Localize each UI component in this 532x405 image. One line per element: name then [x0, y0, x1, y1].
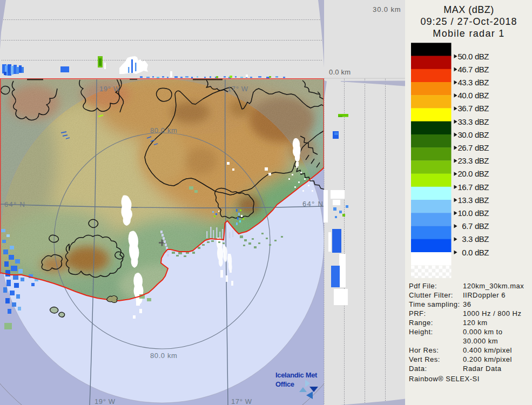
svg-text:80.0 km: 80.0 km: [150, 126, 177, 134]
svg-text:dBZ: dBZ: [475, 52, 489, 61]
svg-text:dBZ: dBZ: [475, 183, 489, 192]
svg-text:Height:: Height:: [409, 328, 433, 336]
svg-text:1000 Hz / 800 Hz: 1000 Hz / 800 Hz: [463, 309, 521, 318]
svg-text:dBZ: dBZ: [475, 104, 489, 113]
svg-text:19° W: 19° W: [95, 397, 116, 405]
svg-text:Clutter Filter:: Clutter Filter:: [409, 291, 453, 299]
svg-text:dBZ: dBZ: [475, 143, 489, 152]
svg-text:0.0 km: 0.0 km: [329, 68, 351, 76]
svg-text:dBZ: dBZ: [475, 78, 489, 87]
svg-text:33.3: 33.3: [457, 117, 473, 126]
svg-text:17° W: 17° W: [231, 397, 252, 405]
svg-text:Rainbow® SELEX-SI: Rainbow® SELEX-SI: [409, 375, 480, 383]
svg-text:Hor Res:: Hor Res:: [409, 346, 439, 354]
svg-text:Data:: Data:: [409, 364, 427, 373]
svg-text:Icelandic Met: Icelandic Met: [275, 371, 318, 379]
svg-text:46.7: 46.7: [457, 65, 473, 74]
svg-text:dBZ: dBZ: [475, 221, 489, 231]
svg-text:17° W: 17° W: [227, 85, 248, 93]
svg-text:64° N: 64° N: [4, 200, 25, 208]
svg-text:dBZ: dBZ: [475, 234, 489, 244]
svg-text:30.0 km: 30.0 km: [373, 5, 401, 14]
svg-text:36.7: 36.7: [457, 104, 473, 113]
svg-text:10.0: 10.0: [457, 208, 473, 218]
svg-text:dBZ: dBZ: [475, 169, 489, 178]
svg-text:64° N: 64° N: [302, 200, 324, 208]
svg-text:50.0: 50.0: [457, 52, 473, 61]
svg-text:3.3: 3.3: [462, 234, 473, 244]
svg-text:6.7: 6.7: [462, 221, 473, 231]
svg-text:dBZ: dBZ: [475, 91, 489, 100]
svg-text:MAX (dBZ): MAX (dBZ): [443, 4, 494, 15]
svg-text:30.0: 30.0: [457, 130, 473, 139]
svg-text:dBZ: dBZ: [475, 130, 489, 139]
svg-text:09:25 / 27-Oct-2018: 09:25 / 27-Oct-2018: [420, 16, 517, 27]
svg-text:Time sampling:: Time sampling:: [409, 300, 460, 308]
svg-text:120km_30km.max: 120km_30km.max: [463, 282, 524, 290]
svg-text:120 km: 120 km: [463, 319, 488, 327]
svg-text:Pdf File:: Pdf File:: [409, 282, 437, 290]
svg-text:80.0 km: 80.0 km: [150, 352, 177, 360]
svg-text:Mobile radar 1: Mobile radar 1: [433, 28, 504, 39]
svg-text:16.7: 16.7: [457, 183, 473, 192]
svg-text:Radar Data: Radar Data: [463, 364, 502, 373]
svg-text:dBZ: dBZ: [475, 156, 489, 165]
svg-text:19° W: 19° W: [99, 85, 120, 93]
svg-text:0.200 km/pixel: 0.200 km/pixel: [463, 355, 512, 363]
svg-text:20.0: 20.0: [457, 169, 473, 178]
svg-text:dBZ: dBZ: [475, 248, 489, 257]
svg-text:23.3: 23.3: [457, 156, 473, 165]
svg-text:IIRDoppler 6: IIRDoppler 6: [463, 291, 506, 299]
svg-text:0.000 km to: 0.000 km to: [463, 328, 502, 336]
svg-text:PRF:: PRF:: [409, 309, 426, 318]
svg-text:36: 36: [463, 300, 471, 308]
svg-text:dBZ: dBZ: [475, 65, 489, 74]
svg-text:40.0: 40.0: [457, 91, 473, 100]
svg-text:26.7: 26.7: [457, 143, 473, 152]
svg-text:dBZ: dBZ: [475, 117, 489, 126]
svg-text:0.400 km/pixel: 0.400 km/pixel: [463, 346, 512, 354]
svg-text:dBZ: dBZ: [475, 208, 489, 218]
svg-text:43.3: 43.3: [457, 78, 473, 87]
svg-text:0.0: 0.0: [462, 248, 473, 257]
svg-text:Range:: Range:: [409, 319, 433, 327]
svg-text:dBZ: dBZ: [475, 195, 489, 205]
svg-text:Vert Res:: Vert Res:: [409, 355, 440, 363]
svg-text:13.3: 13.3: [457, 195, 473, 205]
svg-text:Office: Office: [275, 380, 294, 388]
svg-text:30.000 km: 30.000 km: [463, 337, 498, 345]
